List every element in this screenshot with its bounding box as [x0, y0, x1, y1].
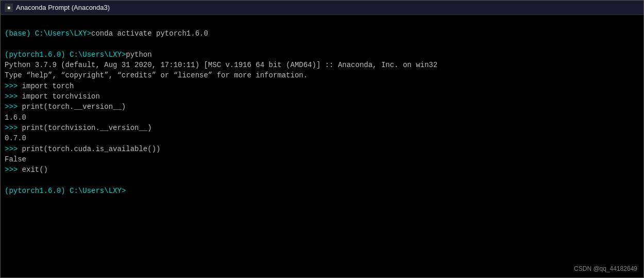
terminal-line: >>> print(torchvision.__version__): [5, 123, 639, 133]
watermark: CSDN @qq_44182649: [574, 265, 637, 273]
terminal-line: (base) C:\Users\LXY>conda activate pytor…: [5, 28, 639, 39]
terminal-line: >>> import torch: [5, 81, 639, 91]
title-bar: ■ Anaconda Prompt (Anaconda3): [1, 1, 643, 15]
terminal-line: [5, 175, 639, 185]
terminal-line: >>> import torchvision: [5, 91, 639, 102]
terminal-line: [5, 18, 639, 28]
terminal-output: (base) C:\Users\LXY>conda activate pytor…: [5, 18, 639, 196]
terminal-line: (pytorch1.6.0) C:\Users\LXY>: [5, 186, 639, 196]
window-icon: ■: [5, 4, 13, 12]
terminal-line: 1.6.0: [5, 112, 639, 123]
terminal-line: False: [5, 154, 639, 165]
terminal-body[interactable]: (base) C:\Users\LXY>conda activate pytor…: [1, 15, 643, 277]
terminal-line: >>> print(torch.cuda.is_available()): [5, 144, 639, 154]
terminal-line: Type “help”, “copyright”, “credits” or “…: [5, 70, 639, 80]
terminal-line: 0.7.0: [5, 133, 639, 143]
window: ■ Anaconda Prompt (Anaconda3) (base) C:\…: [0, 0, 644, 278]
terminal-line: (pytorch1.6.0) C:\Users\LXY>python: [5, 50, 639, 60]
terminal-line: [5, 39, 639, 50]
window-title: Anaconda Prompt (Anaconda3): [16, 4, 110, 11]
terminal-line: Python 3.7.9 (default, Aug 31 2020, 17:1…: [5, 60, 639, 70]
terminal-line: >>> print(torch.__version__): [5, 102, 639, 112]
terminal-line: >>> exit(): [5, 165, 639, 175]
